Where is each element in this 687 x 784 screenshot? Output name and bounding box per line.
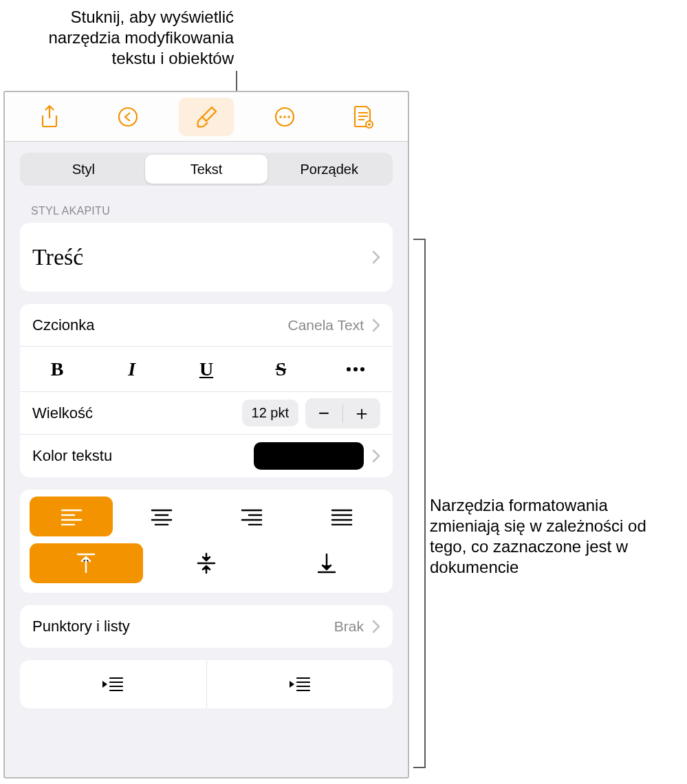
tab-porzadek[interactable]: Porządek bbox=[268, 155, 391, 184]
font-label: Czcionka bbox=[32, 316, 94, 334]
underline-button[interactable]: U bbox=[169, 358, 243, 380]
bold-button[interactable]: B bbox=[20, 358, 94, 380]
size-decrease-button[interactable]: − bbox=[305, 398, 342, 428]
svg-point-9 bbox=[360, 367, 364, 371]
indent-icon bbox=[287, 675, 312, 694]
align-justify-button[interactable] bbox=[300, 497, 383, 536]
bullets-value: Brak bbox=[334, 618, 364, 635]
format-tabs: Styl Tekst Porządek bbox=[20, 153, 393, 186]
strikethrough-button[interactable]: S bbox=[243, 358, 318, 380]
format-button[interactable] bbox=[179, 98, 234, 136]
font-row[interactable]: Czcionka Canela Text bbox=[20, 304, 393, 347]
size-stepper: − ＋ bbox=[305, 398, 380, 428]
chevron-right-icon bbox=[372, 318, 380, 332]
more-button[interactable] bbox=[257, 98, 312, 136]
undo-button[interactable] bbox=[100, 98, 155, 136]
font-value: Canela Text bbox=[287, 317, 364, 334]
svg-point-2 bbox=[279, 116, 282, 118]
valign-top-icon bbox=[76, 552, 96, 575]
align-left-button[interactable] bbox=[30, 497, 113, 536]
ellipsis-icon bbox=[346, 367, 365, 372]
text-color-row[interactable]: Kolor tekstu bbox=[20, 435, 393, 477]
valign-middle-button[interactable] bbox=[150, 543, 263, 583]
tab-styl[interactable]: Styl bbox=[22, 155, 145, 184]
valign-bottom-icon bbox=[316, 552, 337, 575]
size-increase-button[interactable]: ＋ bbox=[343, 398, 380, 428]
text-color-swatch[interactable] bbox=[254, 442, 364, 470]
format-panel: Styl Tekst Porządek STYL AKAPITU Treść C… bbox=[3, 91, 409, 778]
valign-bottom-button[interactable] bbox=[270, 543, 383, 583]
align-justify-icon bbox=[330, 508, 353, 525]
svg-point-6 bbox=[368, 123, 371, 126]
font-more-button[interactable] bbox=[318, 367, 393, 372]
bullets-label: Punktory i listy bbox=[32, 618, 130, 635]
undo-icon bbox=[116, 105, 140, 129]
paragraph-style-row[interactable]: Treść bbox=[20, 223, 393, 292]
valign-top-button[interactable] bbox=[30, 543, 143, 583]
bullets-row[interactable]: Punktory i listy Brak bbox=[20, 605, 393, 648]
svg-point-3 bbox=[283, 116, 286, 118]
alignment-card bbox=[20, 490, 393, 593]
size-row: Wielkość 12 pkt − ＋ bbox=[20, 392, 393, 435]
align-right-icon bbox=[240, 508, 263, 525]
text-color-label: Kolor tekstu bbox=[32, 447, 112, 465]
outdent-icon bbox=[100, 675, 125, 694]
outdent-button[interactable] bbox=[20, 660, 206, 708]
italic-button[interactable]: I bbox=[94, 358, 168, 380]
document-view-icon bbox=[351, 105, 375, 129]
more-icon bbox=[273, 105, 296, 129]
indent-card bbox=[20, 660, 393, 708]
align-center-icon bbox=[150, 508, 173, 525]
top-toolbar bbox=[5, 92, 408, 142]
callout-right: Narzędzia formatowania zmieniają się w z… bbox=[430, 495, 677, 578]
indent-button[interactable] bbox=[206, 660, 393, 708]
callout-top: Stuknij, aby wyświetlić narzędzia modyfi… bbox=[0, 7, 234, 69]
document-view-button[interactable] bbox=[336, 98, 391, 136]
svg-point-0 bbox=[119, 108, 137, 126]
svg-point-7 bbox=[347, 367, 351, 371]
chevron-right-icon bbox=[372, 449, 380, 463]
bullets-card: Punktory i listy Brak bbox=[20, 605, 393, 648]
paragraph-style-card: Treść bbox=[20, 223, 393, 292]
paragraph-style-value: Treść bbox=[32, 244, 83, 270]
size-label: Wielkość bbox=[32, 404, 93, 422]
svg-point-4 bbox=[287, 116, 290, 118]
share-icon bbox=[39, 105, 60, 129]
font-card: Czcionka Canela Text B I U S Wielkość 12… bbox=[20, 304, 393, 477]
paintbrush-icon bbox=[194, 105, 219, 129]
svg-point-8 bbox=[353, 367, 358, 371]
chevron-right-icon bbox=[372, 250, 380, 264]
size-value[interactable]: 12 pkt bbox=[242, 400, 298, 426]
callout-top-leader bbox=[236, 71, 237, 91]
align-left-icon bbox=[60, 508, 83, 525]
share-button[interactable] bbox=[22, 98, 77, 136]
callout-right-bracket bbox=[413, 239, 426, 768]
font-style-row: B I U S bbox=[20, 347, 393, 392]
valign-middle-icon bbox=[196, 552, 217, 575]
paragraph-style-header: STYL AKAPITU bbox=[31, 205, 382, 217]
chevron-right-icon bbox=[372, 620, 380, 633]
align-center-button[interactable] bbox=[120, 497, 203, 536]
align-right-button[interactable] bbox=[210, 497, 293, 536]
tab-tekst[interactable]: Tekst bbox=[145, 155, 268, 184]
